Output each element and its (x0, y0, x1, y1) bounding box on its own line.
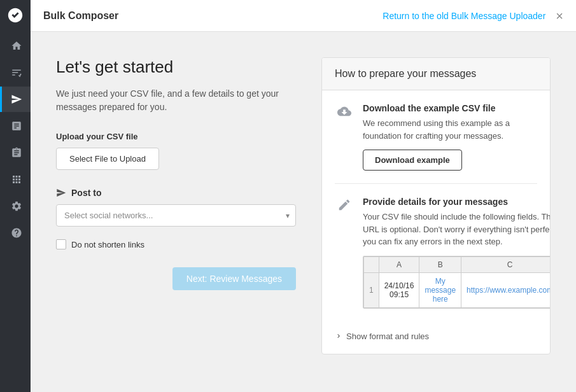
select-file-button[interactable]: Select File to Upload (56, 148, 159, 170)
cell-message: My message here (419, 272, 461, 307)
sidebar-item-settings[interactable] (0, 193, 31, 219)
download-cloud-icon (335, 103, 354, 171)
cell-url: https://www.example.com (461, 272, 551, 307)
chevron-right-icon (335, 332, 342, 340)
table-row: 1 24/10/16 09:15 My message here https:/… (364, 272, 551, 307)
post-to-label: Post to (56, 188, 296, 198)
topbar: Bulk Composer Return to the old Bulk Mes… (31, 0, 576, 32)
right-panel: How to prepare your messages Download th… (321, 57, 551, 379)
info-card-body: Download the example CSV file We recomme… (322, 90, 550, 354)
upload-label: Upload your CSV file (56, 132, 296, 141)
show-format-label: Show format and rules (346, 332, 429, 341)
provide-details-title: Provide details for your messages (363, 197, 551, 207)
info-card: How to prepare your messages Download th… (321, 57, 551, 354)
col-header-empty (364, 256, 379, 272)
close-icon[interactable]: × (556, 10, 563, 22)
info-card-header: How to prepare your messages (322, 58, 550, 90)
download-desc: We recommend using this example as a fou… (363, 117, 537, 142)
checkbox-row: Do not shorten links (56, 239, 296, 249)
sidebar-item-apps[interactable] (0, 167, 31, 192)
provide-details-section: Provide details for your messages Your C… (335, 197, 537, 319)
sidebar-item-streams[interactable] (0, 60, 31, 85)
col-header-a: A (379, 256, 419, 272)
provide-details-desc: Your CSV file should include the followi… (363, 211, 551, 248)
checkbox-label: Do not shorten links (71, 240, 144, 249)
page-title: Bulk Composer (43, 10, 118, 22)
col-header-c: C (461, 256, 551, 272)
download-section: Download the example CSV file We recomme… (335, 103, 537, 171)
left-panel: Let's get started We just need your CSV … (56, 57, 321, 379)
download-example-button[interactable]: Download example (363, 150, 462, 171)
sidebar-nav (0, 33, 31, 246)
section-divider (335, 183, 537, 184)
do-not-shorten-checkbox[interactable] (56, 239, 66, 249)
pencil-icon (335, 197, 354, 319)
send-icon (56, 188, 66, 198)
sidebar (0, 0, 31, 392)
sidebar-item-assignments[interactable] (0, 140, 31, 165)
topbar-right: Return to the old Bulk Message Uploader … (383, 10, 563, 22)
social-networks-select[interactable]: Select social networks... (56, 204, 296, 227)
download-content: Download the example CSV file We recomme… (363, 103, 537, 171)
csv-table-wrapper: A B C 1 24/10/16 09:15 (363, 256, 551, 309)
csv-table: A B C 1 24/10/16 09:15 (363, 256, 551, 308)
row-num: 1 (364, 272, 379, 307)
download-title: Download the example CSV file (363, 103, 537, 113)
show-format-row[interactable]: Show format and rules (335, 332, 537, 341)
sidebar-item-compose[interactable] (0, 87, 31, 112)
main-wrapper: Bulk Composer Return to the old Bulk Mes… (31, 0, 576, 392)
section-subtitle: We just need your CSV file, and a few de… (56, 87, 296, 114)
logo (5, 5, 25, 25)
provide-details-content: Provide details for your messages Your C… (363, 197, 551, 319)
sidebar-item-help[interactable] (0, 220, 31, 246)
old-uploader-link[interactable]: Return to the old Bulk Message Uploader (383, 11, 545, 21)
cell-date: 24/10/16 09:15 (379, 272, 419, 307)
content-area: Let's get started We just need your CSV … (31, 32, 576, 392)
next-button[interactable]: Next: Review Messages (172, 267, 296, 290)
sidebar-item-home[interactable] (0, 33, 31, 59)
sidebar-item-analytics[interactable] (0, 113, 31, 139)
section-title: Let's get started (56, 57, 296, 77)
action-area: Next: Review Messages (56, 267, 296, 290)
col-header-b: B (419, 256, 461, 272)
post-to-section: Post to Select social networks... ▾ (56, 188, 296, 227)
social-networks-select-wrapper: Select social networks... ▾ (56, 204, 296, 227)
